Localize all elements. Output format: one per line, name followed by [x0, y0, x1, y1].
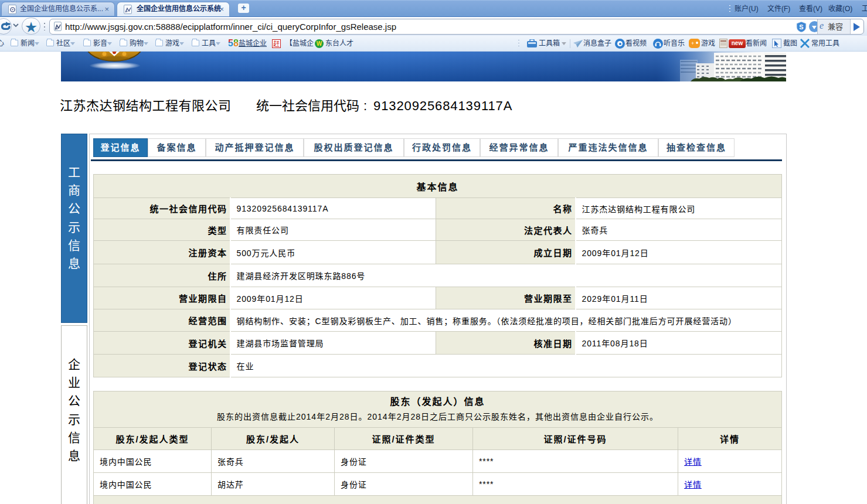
svg-text:S: S: [799, 23, 803, 30]
